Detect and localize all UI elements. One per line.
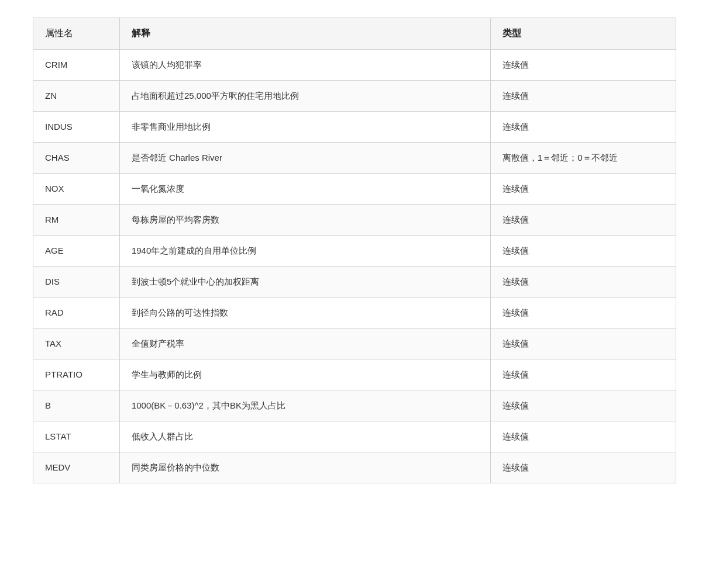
cell-description: 1940年之前建成的自用单位比例 xyxy=(119,236,490,267)
table-row: CHAS是否邻近 Charles River离散值，1＝邻近；0＝不邻近 xyxy=(33,143,676,174)
table-row: MEDV同类房屋价格的中位数连续值 xyxy=(33,452,676,483)
table-row: LSTAT低收入人群占比连续值 xyxy=(33,421,676,452)
cell-attribute-name: CHAS xyxy=(33,143,120,174)
table-row: AGE1940年之前建成的自用单位比例连续值 xyxy=(33,236,676,267)
cell-description: 占地面积超过25,000平方呎的住宅用地比例 xyxy=(119,81,490,112)
cell-type: 连续值 xyxy=(490,174,676,205)
cell-type: 连续值 xyxy=(490,267,676,298)
data-table: 属性名 解释 类型 CRIM该镇的人均犯罪率连续值ZN占地面积超过25,000平… xyxy=(33,18,676,483)
cell-description: 同类房屋价格的中位数 xyxy=(119,452,490,483)
cell-type: 离散值，1＝邻近；0＝不邻近 xyxy=(490,143,676,174)
cell-attribute-name: DIS xyxy=(33,267,120,298)
cell-description: 学生与教师的比例 xyxy=(119,359,490,390)
cell-type: 连续值 xyxy=(490,452,676,483)
cell-type: 连续值 xyxy=(490,50,676,81)
cell-attribute-name: MEDV xyxy=(33,452,120,483)
table-row: ZN占地面积超过25,000平方呎的住宅用地比例连续值 xyxy=(33,81,676,112)
cell-description: 一氧化氮浓度 xyxy=(119,174,490,205)
cell-attribute-name: PTRATIO xyxy=(33,359,120,390)
cell-description: 每栋房屋的平均客房数 xyxy=(119,205,490,236)
cell-attribute-name: INDUS xyxy=(33,112,120,143)
cell-type: 连续值 xyxy=(490,205,676,236)
cell-description: 全值财产税率 xyxy=(119,328,490,359)
cell-type: 连续值 xyxy=(490,390,676,421)
cell-type: 连续值 xyxy=(490,81,676,112)
cell-description: 1000(BK－0.63)^2，其中BK为黑人占比 xyxy=(119,390,490,421)
table-row: RM每栋房屋的平均客房数连续值 xyxy=(33,205,676,236)
cell-type: 连续值 xyxy=(490,298,676,328)
cell-attribute-name: LSTAT xyxy=(33,421,120,452)
cell-type: 连续值 xyxy=(490,359,676,390)
table-header-row: 属性名 解释 类型 xyxy=(33,18,676,50)
cell-description: 到波士顿5个就业中心的加权距离 xyxy=(119,267,490,298)
cell-description: 非零售商业用地比例 xyxy=(119,112,490,143)
cell-attribute-name: B xyxy=(33,390,120,421)
cell-type: 连续值 xyxy=(490,421,676,452)
cell-attribute-name: RM xyxy=(33,205,120,236)
cell-type: 连续值 xyxy=(490,328,676,359)
table-row: RAD到径向公路的可达性指数连续值 xyxy=(33,298,676,328)
cell-description: 该镇的人均犯罪率 xyxy=(119,50,490,81)
main-table-wrapper: 属性名 解释 类型 CRIM该镇的人均犯罪率连续值ZN占地面积超过25,000平… xyxy=(33,18,676,570)
table-body: CRIM该镇的人均犯罪率连续值ZN占地面积超过25,000平方呎的住宅用地比例连… xyxy=(33,50,676,483)
cell-description: 低收入人群占比 xyxy=(119,421,490,452)
header-type: 类型 xyxy=(490,18,676,50)
cell-attribute-name: RAD xyxy=(33,298,120,328)
table-row: NOX一氧化氮浓度连续值 xyxy=(33,174,676,205)
cell-type: 连续值 xyxy=(490,112,676,143)
header-description: 解释 xyxy=(119,18,490,50)
cell-attribute-name: CRIM xyxy=(33,50,120,81)
table-row: PTRATIO学生与教师的比例连续值 xyxy=(33,359,676,390)
table-row: B1000(BK－0.63)^2，其中BK为黑人占比连续值 xyxy=(33,390,676,421)
cell-description: 是否邻近 Charles River xyxy=(119,143,490,174)
cell-description: 到径向公路的可达性指数 xyxy=(119,298,490,328)
table-row: CRIM该镇的人均犯罪率连续值 xyxy=(33,50,676,81)
table-row: INDUS非零售商业用地比例连续值 xyxy=(33,112,676,143)
cell-attribute-name: TAX xyxy=(33,328,120,359)
cell-attribute-name: AGE xyxy=(33,236,120,267)
cell-attribute-name: NOX xyxy=(33,174,120,205)
cell-attribute-name: ZN xyxy=(33,81,120,112)
table-row: TAX全值财产税率连续值 xyxy=(33,328,676,359)
cell-type: 连续值 xyxy=(490,236,676,267)
table-row: DIS到波士顿5个就业中心的加权距离连续值 xyxy=(33,267,676,298)
header-name: 属性名 xyxy=(33,18,120,50)
